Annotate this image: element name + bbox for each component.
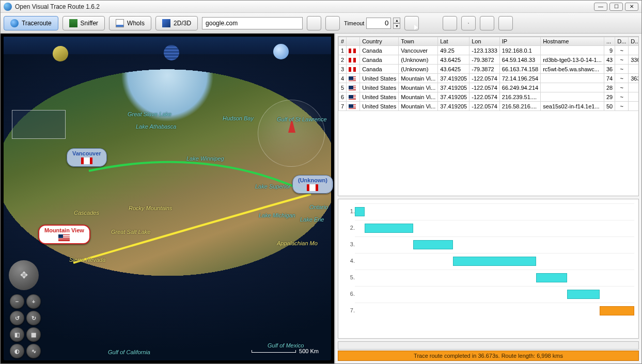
flag-us-icon bbox=[349, 76, 356, 81]
status-bar: Trace route completed in 36.673s. Route … bbox=[338, 351, 639, 361]
col-town[interactable]: Town bbox=[399, 37, 438, 46]
gantt-bar[interactable] bbox=[413, 240, 453, 249]
gantt-chart[interactable]: 1.2.3.4.5.6.7. bbox=[338, 199, 639, 339]
minimize-button[interactable]: — bbox=[594, 3, 607, 11]
timeout-input[interactable] bbox=[366, 18, 391, 29]
play-button[interactable] bbox=[404, 16, 419, 30]
zoom-in-button[interactable]: + bbox=[26, 294, 41, 309]
globe-icon bbox=[10, 19, 19, 27]
gantt-row: 3. bbox=[342, 236, 634, 252]
gantt-bar[interactable] bbox=[365, 224, 413, 233]
close-button[interactable]: ✕ bbox=[625, 3, 638, 11]
planet-button[interactable] bbox=[307, 16, 321, 30]
gantt-row: 2. bbox=[342, 220, 634, 235]
marker-vancouver[interactable]: Vancouver bbox=[67, 148, 107, 167]
flag-ca-icon bbox=[307, 184, 318, 191]
flag-ca-icon bbox=[349, 67, 356, 72]
extra-nav-1[interactable]: ◐ bbox=[10, 344, 24, 358]
mode-button[interactable]: 2D/3D bbox=[155, 16, 198, 30]
col-ip[interactable]: IP bbox=[499, 37, 540, 46]
tilt-button[interactable]: ◧ bbox=[10, 327, 24, 342]
col-flag[interactable] bbox=[347, 37, 360, 46]
flag-us-icon bbox=[349, 95, 356, 100]
compass[interactable] bbox=[258, 100, 325, 167]
table-row[interactable]: 5United StatesMountain Vi...37.419205-12… bbox=[339, 83, 639, 92]
pan-wheel[interactable]: ✥ bbox=[9, 260, 39, 290]
minimap[interactable] bbox=[12, 110, 66, 139]
maximize-button[interactable]: ☐ bbox=[609, 3, 623, 11]
gantt-row: 7. bbox=[342, 303, 634, 318]
window-title: Open Visual Trace Route 1.6.2 bbox=[15, 3, 594, 10]
gantt-bar[interactable] bbox=[453, 257, 536, 266]
flag-us-icon bbox=[349, 86, 356, 90]
marker-unknown[interactable]: (Unknown) bbox=[292, 175, 333, 194]
gantt-row: 4. bbox=[342, 253, 634, 268]
netglobe-button[interactable] bbox=[325, 16, 340, 30]
timeout-spinner: Timeout ▲▼ bbox=[344, 18, 400, 29]
timeout-up[interactable]: ▲ bbox=[393, 18, 400, 23]
cube-icon bbox=[162, 19, 170, 27]
titlebar: Open Visual Trace Route 1.6.2 — ☐ ✕ bbox=[1, 1, 641, 13]
tool-button-1[interactable] bbox=[443, 16, 457, 30]
globe-wire-icon[interactable] bbox=[273, 44, 289, 59]
grid-icon[interactable] bbox=[164, 45, 179, 60]
map-canvas bbox=[4, 37, 331, 360]
whois-button[interactable]: WhoIs bbox=[109, 16, 151, 30]
app-window: Open Visual Trace Route 1.6.2 — ☐ ✕ Trac… bbox=[0, 0, 642, 364]
gantt-scrollbar[interactable] bbox=[338, 341, 639, 350]
gantt-row: 5. bbox=[342, 270, 634, 285]
hop-table[interactable]: #CountryTownLatLonIPHostname...D...D... … bbox=[338, 36, 639, 196]
toolbar: Traceroute Sniffer WhoIs 2D/3D Timeout ▲… bbox=[1, 13, 641, 34]
col-n[interactable]: # bbox=[339, 37, 347, 46]
table-row[interactable]: 3Canada(Unknown)43.6425-79.387266.163.74… bbox=[339, 65, 639, 74]
col-lon[interactable]: Lon bbox=[469, 37, 500, 46]
gantt-row: 1. bbox=[342, 203, 634, 219]
col-c1[interactable]: ... bbox=[604, 37, 615, 46]
right-panel: #CountryTownLatLonIPHostname...D...D... … bbox=[335, 34, 641, 363]
sniffer-button[interactable]: Sniffer bbox=[62, 16, 105, 30]
col-lat[interactable]: Lat bbox=[438, 37, 469, 46]
table-row[interactable]: 4United StatesMountain Vi...37.419205-12… bbox=[339, 74, 639, 83]
table-row[interactable]: 2Canada(Unknown)43.6425-79.387264.59.148… bbox=[339, 55, 639, 65]
gantt-row: 6. bbox=[342, 286, 634, 302]
rotate-ccw-button[interactable]: ↺ bbox=[10, 311, 24, 325]
col-country[interactable]: Country bbox=[360, 37, 399, 46]
table-row[interactable]: 7United StatesMountain Vi...37.419205-12… bbox=[339, 102, 639, 111]
chip-icon bbox=[69, 19, 77, 27]
tool-button-4[interactable] bbox=[498, 16, 513, 30]
rotate-cw-button[interactable]: ↻ bbox=[26, 311, 41, 325]
extra-nav-2[interactable]: ∿ bbox=[26, 344, 41, 358]
document-icon bbox=[116, 19, 124, 27]
col-host[interactable]: Hostname bbox=[541, 37, 604, 46]
scale-bar: 500 Km bbox=[252, 348, 319, 354]
flag-ca-icon bbox=[349, 49, 356, 53]
flag-ca-icon bbox=[349, 58, 356, 62]
table-row[interactable]: 6United StatesMountain Vi...37.419205-12… bbox=[339, 92, 639, 102]
gantt-bar[interactable] bbox=[600, 306, 634, 315]
col-d1[interactable]: D... bbox=[615, 37, 629, 46]
misc-icon-2 bbox=[468, 23, 469, 24]
flag-us-icon bbox=[58, 234, 70, 241]
flag-us-icon bbox=[349, 104, 356, 109]
map-panel[interactable]: Vancouver (Unknown) Mountain View Hudson… bbox=[1, 34, 335, 363]
host-input[interactable] bbox=[202, 17, 303, 29]
traceroute-button[interactable]: Traceroute bbox=[4, 16, 58, 30]
gantt-bar[interactable] bbox=[567, 290, 600, 299]
timeout-down[interactable]: ▼ bbox=[393, 23, 400, 29]
timeout-label: Timeout bbox=[344, 20, 364, 26]
tool-button-2[interactable] bbox=[461, 16, 476, 30]
flag-ca-icon bbox=[81, 157, 92, 164]
marker-mountain-view[interactable]: Mountain View bbox=[38, 225, 90, 244]
app-icon bbox=[4, 3, 12, 11]
tool-button-3[interactable] bbox=[480, 16, 494, 30]
gantt-bar[interactable] bbox=[536, 273, 568, 282]
col-d2[interactable]: D... bbox=[629, 37, 639, 46]
nav-cluster: ✥ −+ ↺↻ ◧▦ ◐∿ bbox=[9, 260, 42, 359]
zoom-out-button[interactable]: − bbox=[10, 294, 24, 309]
gantt-bar[interactable] bbox=[355, 207, 365, 216]
reset-button[interactable]: ▦ bbox=[26, 327, 41, 342]
table-row[interactable]: 1CanadaVancouver49.25-123.1333192.168.0.… bbox=[339, 46, 639, 55]
